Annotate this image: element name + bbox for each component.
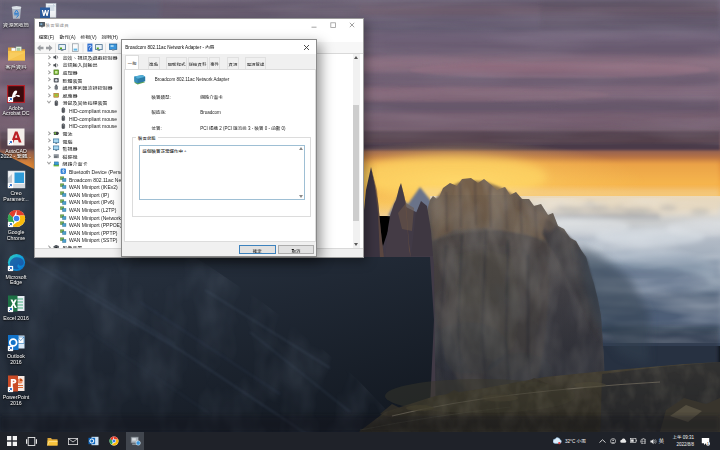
svg-text:?: ? (88, 44, 92, 51)
